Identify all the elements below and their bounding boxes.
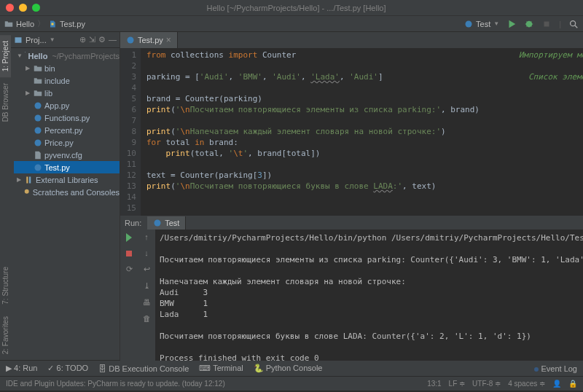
python-console-tool-button[interactable]: 🐍 Python Console [254, 364, 323, 373]
svg-point-8 [35, 139, 42, 146]
debug-button[interactable] [524, 19, 534, 29]
down-stack-icon[interactable]: ↓ [144, 248, 149, 257]
run-tool-window: Run: Test ⚙ — ⟳ ↑ ↓ [120, 216, 583, 358]
svg-rect-15 [126, 251, 132, 256]
svg-rect-11 [29, 176, 31, 183]
clear-all-icon[interactable]: 🗑 [143, 314, 151, 323]
svg-point-9 [35, 164, 42, 170]
navigation-bar: Hello 〉 Test.py Test ▼ | [0, 16, 583, 32]
project-panel: Proj... ▼ ⊕ ⇲ ⚙ — ▼ Hello ~/PycharmProje… [11, 32, 120, 360]
select-opened-file-icon[interactable]: ⊕ [79, 35, 86, 44]
tree-node[interactable]: Test.py [14, 161, 120, 173]
svg-rect-2 [544, 21, 549, 26]
indent[interactable]: 4 spaces ≑ [508, 380, 545, 388]
svg-point-3 [571, 20, 576, 26]
run-button[interactable] [506, 19, 517, 29]
external-libraries-node[interactable]: ▶ External Libraries [14, 173, 120, 186]
close-tab-icon[interactable]: × [166, 35, 171, 45]
editor-area: Test.py × 12345678910111213141516 from c… [120, 32, 583, 360]
event-log-button[interactable]: Event Log [534, 364, 577, 373]
console-output[interactable]: /Users/dmitriy/PycharmProjects/Hello/bin… [155, 230, 583, 366]
close-window-button[interactable] [6, 4, 14, 12]
svg-rect-10 [26, 176, 28, 183]
project-tab[interactable]: 1: Project [0, 35, 11, 77]
search-icon[interactable] [568, 19, 579, 29]
code-editor[interactable]: 12345678910111213141516 from collections… [120, 48, 583, 216]
folder-icon [4, 20, 13, 28]
project-panel-header: Proj... ▼ ⊕ ⇲ ⚙ — [11, 32, 120, 48]
scratch-icon [23, 188, 30, 197]
svg-point-7 [35, 127, 42, 133]
run-controls: ⟳ [120, 230, 138, 366]
scroll-end-icon[interactable]: ⤓ [144, 281, 150, 291]
project-root-node[interactable]: ▼ Hello ~/PycharmProjects [14, 50, 120, 62]
python-icon [464, 20, 473, 28]
breadcrumb-file[interactable]: Test.py [60, 20, 85, 28]
tree-node[interactable]: ▶bin [14, 62, 120, 74]
console-controls: ↑ ↓ ↩ ⤓ 🖶 🗑 [138, 230, 155, 366]
caret-position[interactable]: 13:1 [427, 380, 441, 388]
stop-button[interactable] [124, 248, 134, 259]
chevron-right-icon: 〉 [37, 18, 45, 29]
rerun-button[interactable] [124, 232, 134, 243]
db-browser-tab[interactable]: DB Browser [0, 77, 11, 128]
zoom-window-button[interactable] [32, 4, 40, 12]
tab-test-py[interactable]: Test.py × [120, 32, 178, 48]
tree-node[interactable]: Functions.py [14, 111, 120, 124]
library-icon [25, 176, 34, 184]
svg-point-6 [35, 114, 42, 121]
collapse-all-icon[interactable]: ⇲ [89, 35, 95, 44]
project-panel-title: Proj... [26, 36, 47, 44]
run-config-selector[interactable]: Test ▼ [464, 20, 499, 28]
line-ending[interactable]: LF ≑ [449, 380, 465, 388]
svg-rect-4 [15, 37, 22, 43]
stop-button[interactable] [541, 19, 552, 29]
minimize-window-button[interactable] [19, 4, 27, 12]
hide-panel-icon[interactable]: — [109, 35, 117, 44]
terminal-tool-button[interactable]: ⌨ Terminal [199, 364, 243, 373]
print-icon[interactable]: 🖶 [143, 298, 151, 307]
run-tool-button[interactable]: ▶ 4: Run [6, 364, 37, 373]
code-content[interactable]: from collections import CounterИмпортиру… [141, 48, 583, 216]
project-tree[interactable]: ▼ Hello ~/PycharmProjects ▶bininclude▶li… [11, 48, 120, 200]
gear-icon[interactable]: ⚙ [98, 35, 106, 44]
tree-node[interactable]: Percent.py [14, 124, 120, 136]
favorites-tab[interactable]: 2: Favorites [0, 310, 11, 360]
editor-tabs: Test.py × [120, 32, 583, 48]
db-console-tool-button[interactable]: 🗄 DB Execution Console [98, 364, 189, 373]
encoding[interactable]: UTF-8 ≑ [472, 380, 501, 388]
python-file-icon [48, 20, 57, 28]
tree-node[interactable]: include [14, 74, 120, 87]
scratches-node[interactable]: Scratches and Consoles [14, 186, 120, 198]
tree-node[interactable]: ▶lib [14, 87, 120, 99]
folder-icon [25, 52, 26, 60]
svg-point-5 [35, 102, 42, 109]
left-toolwindow-strip: 1: Project DB Browser 7: Structure 2: Fa… [0, 32, 11, 360]
window-controls [0, 4, 46, 12]
svg-point-13 [128, 37, 134, 44]
svg-point-0 [466, 20, 472, 27]
tree-node[interactable]: App.py [14, 99, 120, 111]
run-title: Run: [125, 219, 141, 227]
restart-button[interactable]: ⟳ [126, 264, 133, 274]
run-config-label: Test [476, 20, 490, 28]
up-stack-icon[interactable]: ↑ [144, 232, 149, 241]
status-bar: IDE and Plugin Updates: PyCharm is ready… [0, 376, 583, 391]
line-gutter[interactable]: 12345678910111213141516 [120, 48, 141, 216]
python-file-icon [126, 36, 135, 44]
status-message: IDE and Plugin Updates: PyCharm is ready… [6, 380, 225, 388]
lock-icon[interactable]: 🔒 [568, 380, 577, 388]
chevron-down-icon: ▼ [50, 36, 55, 43]
soft-wrap-icon[interactable]: ↩ [144, 264, 150, 274]
project-view-icon [14, 36, 23, 44]
chevron-down-icon: ▼ [493, 20, 499, 27]
project-root-label: Hello [28, 52, 47, 60]
todo-tool-button[interactable]: ✓ 6: TODO [47, 364, 88, 373]
window-title: Hello [~/PycharmProjects/Hello] - .../Te… [46, 4, 547, 12]
inspection-icon[interactable]: 👤 [552, 380, 561, 388]
structure-tab[interactable]: 7: Structure [0, 261, 11, 310]
titlebar: Hello [~/PycharmProjects/Hello] - .../Te… [0, 0, 583, 16]
tree-node[interactable]: Price.py [14, 136, 120, 149]
breadcrumb-project[interactable]: Hello [16, 20, 34, 28]
tree-node[interactable]: pyvenv.cfg [14, 149, 120, 161]
